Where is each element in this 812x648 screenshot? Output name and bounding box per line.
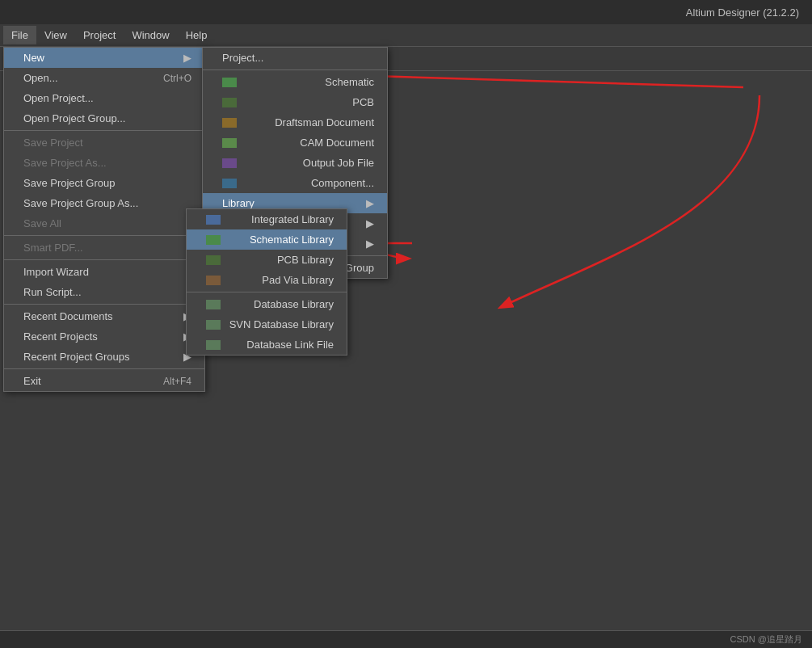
- new-cam-label: CAM Document: [300, 137, 374, 149]
- menu-item-open-project-group[interactable]: Open Project Group...: [4, 108, 204, 128]
- menu-item-open[interactable]: Open... Ctrl+O: [4, 68, 204, 88]
- menu-window[interactable]: Window: [124, 26, 177, 44]
- exit-shortcut: Alt+F4: [163, 376, 191, 387]
- pcb-icon: [222, 98, 237, 107]
- lib-submenu-svn[interactable]: SVN Database Library: [187, 314, 347, 335]
- open-shortcut: Ctrl+O: [163, 73, 191, 84]
- menu-view[interactable]: View: [36, 26, 75, 44]
- schematic-icon: [222, 78, 237, 87]
- menu-item-save-all: Save All: [4, 213, 204, 234]
- menu-item-save-project-as: Save Project As...: [4, 153, 204, 173]
- new-submenu-component[interactable]: Component...: [203, 173, 387, 193]
- lib-submenu-pcb[interactable]: PCB Library: [187, 250, 347, 270]
- db-link-icon: [206, 340, 221, 350]
- new-submenu-schematic[interactable]: Schematic: [203, 72, 387, 92]
- schematic-lib-icon: [206, 235, 221, 245]
- menu-item-new-label: New: [23, 52, 44, 64]
- new-pcb-label: PCB: [352, 96, 374, 108]
- separator-3: [4, 259, 204, 260]
- lib-sep-1: [187, 292, 347, 292]
- menu-item-exit-label: Exit: [23, 375, 41, 387]
- lib-db-link-label: Database Link File: [246, 339, 334, 351]
- pcb-lib-icon: [206, 255, 221, 265]
- menu-item-save-project: Save Project: [4, 133, 204, 153]
- new-component-label: Component...: [311, 177, 374, 189]
- menu-project[interactable]: Project: [75, 26, 124, 44]
- lib-schematic-label: Schematic Library: [250, 234, 334, 246]
- cam-icon: [222, 138, 237, 148]
- menu-item-smart-pdf-label: Smart PDF...: [23, 242, 83, 254]
- simulation-arrow-icon: ▶: [366, 238, 374, 250]
- title-bar: Altium Designer (21.2.2): [0, 0, 812, 24]
- lib-submenu-database[interactable]: Database Library: [187, 294, 347, 314]
- menu-item-open-project-label: Open Project...: [23, 92, 94, 104]
- menu-item-save-project-group-as[interactable]: Save Project Group As...: [4, 193, 204, 213]
- menu-item-recent-projects[interactable]: Recent Projects ▶: [4, 326, 204, 347]
- lib-submenu-schematic[interactable]: Schematic Library: [187, 229, 347, 250]
- menu-item-recent-project-groups[interactable]: Recent Project Groups ▶: [4, 347, 204, 367]
- output-job-icon: [222, 158, 237, 168]
- lib-submenu-pad-via[interactable]: Pad Via Library: [187, 270, 347, 290]
- menu-item-run-script-label: Run Script...: [23, 286, 82, 298]
- svn-lib-icon: [206, 320, 221, 330]
- status-bar: CSDN @追星踏月: [0, 630, 812, 648]
- new-library-label: Library: [222, 197, 255, 209]
- menu-item-save-project-group-as-label: Save Project Group As...: [23, 197, 138, 209]
- menu-item-save-project-as-label: Save Project As...: [23, 157, 107, 169]
- lib-database-label: Database Library: [254, 298, 334, 310]
- component-icon: [222, 179, 237, 188]
- new-project-label: Project...: [222, 52, 263, 64]
- lib-pcb-label: PCB Library: [277, 254, 334, 266]
- new-submenu-pcb[interactable]: PCB: [203, 92, 387, 112]
- new-draftsman-label: Draftsman Document: [275, 116, 374, 128]
- menu-item-smart-pdf: Smart PDF...: [4, 238, 204, 258]
- separator-1: [4, 130, 204, 131]
- new-arrow-icon: ▶: [183, 52, 191, 64]
- library-submenu: Integrated Library Schematic Library PCB…: [186, 208, 347, 356]
- new-submenu-output-job[interactable]: Output Job File: [203, 153, 387, 173]
- menu-item-save-project-label: Save Project: [23, 137, 83, 149]
- lib-integrated-label: Integrated Library: [251, 213, 334, 225]
- app-title: Altium Designer (21.2.2): [686, 6, 799, 19]
- new-output-job-label: Output Job File: [303, 157, 374, 169]
- menu-item-recent-docs[interactable]: Recent Documents ▶: [4, 306, 204, 326]
- separator-4: [4, 304, 204, 305]
- menu-item-save-project-group[interactable]: Save Project Group: [4, 173, 204, 193]
- menu-item-import-wizard[interactable]: Import Wizard: [4, 262, 204, 282]
- menu-item-open-label: Open...: [23, 72, 58, 84]
- menu-bar: File View Project Window Help: [0, 24, 812, 47]
- new-submenu-cam[interactable]: CAM Document: [203, 133, 387, 153]
- lib-submenu-integrated[interactable]: Integrated Library: [187, 209, 347, 229]
- library-arrow-icon: ▶: [366, 197, 374, 209]
- menu-item-recent-projects-label: Recent Projects: [23, 330, 98, 343]
- lib-svn-label: SVN Database Library: [229, 318, 334, 330]
- menu-item-exit[interactable]: Exit Alt+F4: [4, 371, 204, 391]
- pad-via-icon: [206, 276, 221, 285]
- file-menu: New ▶ Open... Ctrl+O Open Project... Ope…: [3, 47, 205, 392]
- menu-item-import-wizard-label: Import Wizard: [23, 266, 89, 278]
- new-schematic-label: Schematic: [325, 76, 374, 88]
- menu-file[interactable]: File: [3, 26, 36, 44]
- menu-item-open-project[interactable]: Open Project...: [4, 88, 204, 108]
- script-arrow-icon: ▶: [366, 217, 374, 229]
- menu-item-recent-project-groups-label: Recent Project Groups: [23, 351, 130, 363]
- draftsman-icon: [222, 118, 237, 128]
- new-submenu-project[interactable]: Project...: [203, 48, 387, 68]
- menu-item-open-project-group-label: Open Project Group...: [23, 112, 125, 124]
- separator-2: [4, 235, 204, 236]
- menu-item-save-all-label: Save All: [23, 217, 61, 229]
- menu-item-recent-docs-label: Recent Documents: [23, 310, 113, 322]
- new-submenu-draftsman[interactable]: Draftsman Document: [203, 112, 387, 133]
- database-lib-icon: [206, 300, 221, 309]
- lib-submenu-db-link[interactable]: Database Link File: [187, 335, 347, 355]
- menu-item-run-script[interactable]: Run Script...: [4, 282, 204, 302]
- separator-5: [4, 368, 204, 369]
- status-text: CSDN @追星踏月: [730, 633, 802, 646]
- menu-help[interactable]: Help: [178, 26, 216, 44]
- new-sep-1: [203, 69, 387, 70]
- menu-item-save-project-group-label: Save Project Group: [23, 177, 115, 189]
- lib-pad-via-label: Pad Via Library: [262, 274, 334, 286]
- menu-item-new[interactable]: New ▶: [4, 48, 204, 68]
- integrated-lib-icon: [206, 215, 221, 225]
